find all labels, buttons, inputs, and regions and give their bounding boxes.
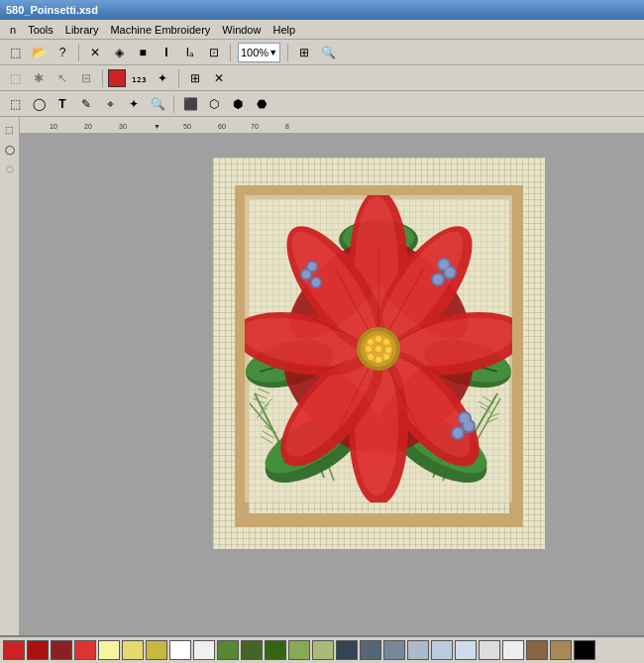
menu-item-library[interactable]: Library [59, 22, 105, 38]
help-button[interactable]: ? [52, 42, 73, 63]
tb3-lasso[interactable]: ⌖ [99, 93, 121, 115]
zoom-dropdown-icon[interactable]: ▼ [268, 48, 277, 57]
cut-button[interactable]: ✕ [84, 42, 106, 63]
zoom-in-button[interactable]: 🔍 [317, 42, 339, 63]
menu-item-n[interactable]: n [4, 22, 22, 38]
sep-4 [102, 69, 103, 87]
tb2-sparkle[interactable]: ✦ [152, 67, 173, 89]
color-swatch-red2[interactable] [27, 640, 49, 660]
color-swatch-yellow3[interactable] [146, 640, 167, 660]
svg-point-106 [376, 336, 381, 342]
color-swatch-white1[interactable] [169, 640, 191, 660]
color-swatch-blue4[interactable] [407, 640, 429, 660]
top-ruler: 10 20 30 ▼ 50 60 70 8 [20, 117, 644, 133]
text-alt-button[interactable]: Iₐ [179, 42, 201, 63]
left-btn-1[interactable]: ⬚ [1, 121, 19, 139]
menu-bar: n Tools Library Machine Embroidery Windo… [0, 20, 644, 40]
embroidery-canvas [213, 158, 545, 549]
menu-item-tools[interactable]: Tools [22, 22, 59, 38]
color-swatch-red3[interactable] [51, 640, 72, 660]
tb3-b3[interactable]: ⬣ [251, 93, 272, 115]
color-swatch-yellow2[interactable] [122, 640, 144, 660]
left-btn-3[interactable]: ⬡ [1, 161, 19, 178]
tb2-color[interactable] [108, 69, 126, 87]
ruler-svg: 10 20 30 ▼ 50 60 70 8 [20, 117, 644, 133]
svg-point-99 [312, 278, 320, 286]
color-swatch-red4[interactable] [74, 640, 96, 660]
color-swatch-gray1[interactable] [479, 640, 500, 660]
tb2-select-rect[interactable]: ⬚ [4, 67, 26, 89]
color-swatch-green3[interactable] [265, 640, 286, 660]
tb3-stamp[interactable]: ⬛ [179, 93, 201, 115]
svg-point-101 [308, 263, 316, 271]
svg-point-113 [376, 346, 381, 352]
tb3-b2[interactable]: ⬢ [227, 93, 249, 115]
text-button[interactable]: I [156, 42, 177, 63]
sep-2 [230, 44, 231, 61]
zoom-value: 100% [241, 47, 268, 58]
tb3-b1[interactable]: ⬡ [203, 93, 225, 115]
svg-text:▼: ▼ [154, 123, 161, 130]
tb3-pen[interactable]: ✎ [75, 93, 97, 115]
svg-point-107 [383, 339, 389, 345]
svg-point-95 [460, 413, 470, 423]
color-swatch-black[interactable] [574, 640, 595, 660]
menu-item-machine-embroidery[interactable]: Machine Embroidery [104, 22, 216, 38]
color-swatch-white2[interactable] [193, 640, 215, 660]
grid-button[interactable]: ⊡ [203, 42, 225, 63]
tb2-grid[interactable]: ⊞ [184, 67, 206, 89]
color-swatch-green2[interactable] [241, 640, 263, 660]
sep-5 [178, 69, 179, 87]
color-swatch-gray2[interactable] [502, 640, 524, 660]
tb2-move[interactable]: ↖ [52, 67, 73, 89]
app-window: 580_Poinsetti.xsd n Tools Library Machin… [0, 0, 644, 663]
sep-6 [173, 95, 174, 113]
svg-point-105 [368, 339, 374, 345]
toolbar-3: ⬚ ◯ T ✎ ⌖ ✦ 🔍 ⬛ ⬡ ⬢ ⬣ [0, 91, 644, 117]
svg-point-100 [302, 271, 310, 278]
tb2-number[interactable]: ₁₂₃ [128, 67, 150, 89]
svg-point-110 [376, 357, 381, 363]
tb2-close[interactable]: ✕ [208, 67, 230, 89]
color-swatch-blue5[interactable] [431, 640, 453, 660]
color-swatch-brown2[interactable] [550, 640, 572, 660]
color-swatch-green1[interactable] [217, 640, 239, 660]
tb3-rect[interactable]: ⬚ [4, 93, 26, 115]
color-swatch-blue6[interactable] [455, 640, 477, 660]
tb3-text[interactable]: T [52, 93, 73, 115]
tb2-minus[interactable]: ⊟ [75, 67, 97, 89]
tb3-eyedropper[interactable]: ✦ [123, 93, 145, 115]
left-btn-2[interactable]: ◯ [1, 141, 19, 159]
zoom-control[interactable]: 100% ▼ [238, 43, 280, 62]
menu-item-help[interactable]: Help [267, 22, 301, 38]
menu-item-window[interactable]: Window [216, 22, 267, 38]
color-swatch-yellow1[interactable] [98, 640, 120, 660]
left-toolbar: ⬚ ◯ ⬡ [0, 117, 20, 635]
color-swatch-blue2[interactable] [360, 640, 381, 660]
svg-text:10: 10 [50, 123, 57, 130]
tb3-zoom[interactable]: 🔍 [147, 93, 168, 115]
color-swatch-green5[interactable] [312, 640, 334, 660]
svg-text:50: 50 [183, 123, 191, 130]
svg-rect-0 [20, 117, 644, 133]
new-button[interactable]: ⬚ [4, 42, 26, 63]
svg-point-108 [385, 347, 391, 353]
tb3-oval[interactable]: ◯ [28, 93, 50, 115]
toolbar-1: ⬚ 📂 ? ✕ ◈ ■ I Iₐ ⊡ 100% ▼ ⊞ 🔍 [0, 40, 644, 65]
color-swatch-blue3[interactable] [383, 640, 405, 660]
color-swatch-red1[interactable] [3, 640, 25, 660]
svg-point-89 [439, 260, 449, 270]
color-swatch-green4[interactable] [288, 640, 310, 660]
color-swatch-brown1[interactable] [526, 640, 548, 660]
select-button[interactable]: ◈ [108, 42, 130, 63]
tb2-star[interactable]: ✱ [28, 67, 50, 89]
sep-1 [78, 44, 79, 61]
view-grid-button[interactable]: ⊞ [293, 42, 315, 63]
toolbar-2: ⬚ ✱ ↖ ⊟ ₁₂₃ ✦ ⊞ ✕ [0, 65, 644, 91]
svg-point-93 [453, 428, 463, 438]
svg-point-111 [368, 354, 374, 360]
open-button[interactable]: 📂 [28, 42, 50, 63]
color-swatch-blue1[interactable] [336, 640, 358, 660]
fill-button[interactable]: ■ [132, 42, 154, 63]
title-text: 580_Poinsetti.xsd [6, 4, 98, 16]
